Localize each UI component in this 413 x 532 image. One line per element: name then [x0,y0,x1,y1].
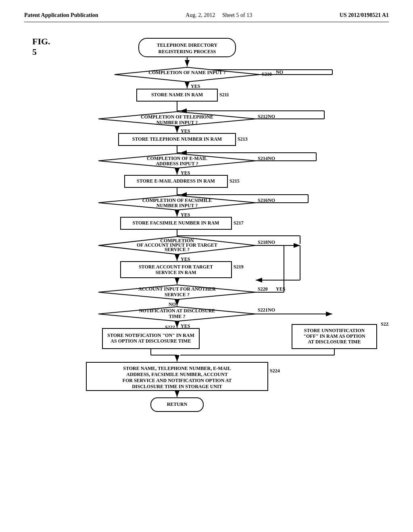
svg-text:STORE NAME, TELEPHONE NUMBER, : STORE NAME, TELEPHONE NUMBER, E-MAIL [123,366,231,371]
svg-text:YES: YES [181,256,190,262]
svg-text:S221: S221 [258,307,268,313]
svg-text:ADDRESS, FACSIMILE NUMBER, ACC: ADDRESS, FACSIMILE NUMBER, ACCOUNT [126,372,227,377]
header-left: Patent Application Publication [24,12,98,19]
page-header: Patent Application Publication Aug. 2, 2… [24,12,389,22]
svg-text:ADDRESS INPUT ?: ADDRESS INPUT ? [156,161,198,166]
svg-text:YES: YES [181,212,190,218]
svg-text:FOR SERVICE AND NOTIFICATION O: FOR SERVICE AND NOTIFICATION OPTION AT [123,378,232,383]
svg-text:ACCOUNT INPUT FOR ANOTHER: ACCOUNT INPUT FOR ANOTHER [138,286,216,292]
header-date: Aug. 2, 2012 [186,12,215,18]
svg-text:DISCLOSURE TIME IN STORAGE UNI: DISCLOSURE TIME IN STORAGE UNIT [132,384,222,389]
svg-text:YES: YES [191,83,200,89]
svg-text:S224: S224 [270,368,280,374]
svg-text:YES: YES [181,323,190,329]
svg-text:"OFF" IN RAM AS OPTION: "OFF" IN RAM AS OPTION [303,333,365,339]
svg-text:STORE FACSIMILE NUMBER IN RAM: STORE FACSIMILE NUMBER IN RAM [133,220,219,226]
svg-text:NO: NO [276,69,283,75]
svg-text:SERVICE ?: SERVICE ? [165,247,190,252]
svg-text:S213: S213 [238,136,248,142]
svg-text:S215: S215 [229,178,240,184]
header-center: Aug. 2, 2012 Sheet 5 of 13 [186,12,252,19]
page: Patent Application Publication Aug. 2, 2… [0,0,413,532]
svg-text:RETURN: RETURN [167,401,188,407]
svg-text:NO: NO [268,307,275,313]
fig-label: FIG. 5 [32,36,54,57]
svg-text:SERVICE ?: SERVICE ? [165,292,190,297]
svg-text:NO: NO [268,156,275,161]
svg-text:S217: S217 [234,220,244,226]
svg-text:NO: NO [268,114,275,119]
svg-text:STORE NAME IN RAM: STORE NAME IN RAM [151,92,203,98]
svg-text:REGISTERING PROCESS: REGISTERING PROCESS [158,49,216,54]
svg-text:S222: S222 [381,321,389,327]
svg-text:AS OPTION AT DISCLOSURE TIME: AS OPTION AT DISCLOSURE TIME [111,338,191,344]
svg-text:S216: S216 [258,197,268,203]
svg-text:COMPLETION OF TELEPHONE: COMPLETION OF TELEPHONE [141,114,213,120]
svg-text:S210: S210 [262,71,272,77]
svg-text:S218: S218 [258,239,268,245]
svg-text:STORE ACCOUNT FOR TARGET: STORE ACCOUNT FOR TARGET [139,264,213,270]
svg-text:S214: S214 [258,156,268,161]
svg-text:NO: NO [268,197,275,203]
svg-text:COMPLETION OF FACSIMILE: COMPLETION OF FACSIMILE [142,197,212,203]
svg-text:YES: YES [181,128,190,134]
svg-text:NUMBER INPUT ?: NUMBER INPUT ? [156,120,198,125]
svg-text:STORE E-MAIL ADDRESS IN RAM: STORE E-MAIL ADDRESS IN RAM [137,178,215,184]
svg-text:S219: S219 [234,264,244,270]
svg-text:AT DISCLOSURE TIME: AT DISCLOSURE TIME [308,339,361,345]
svg-text:STORE UNNOTIFICATION: STORE UNNOTIFICATION [304,328,365,333]
svg-text:S211: S211 [219,92,229,98]
svg-text:TELEPHONE DIRECTORY: TELEPHONE DIRECTORY [157,42,218,48]
svg-text:STORE TELEPHONE NUMBER IN RAM: STORE TELEPHONE NUMBER IN RAM [132,136,222,142]
svg-text:S212: S212 [258,114,268,119]
svg-text:NOTIFICATION AT DISCLOSURE: NOTIFICATION AT DISCLOSURE [139,308,215,314]
svg-text:SERVICE IN RAM: SERVICE IN RAM [156,270,196,275]
svg-text:STORE NOTIFICATION "ON" IN RAM: STORE NOTIFICATION "ON" IN RAM [107,332,194,338]
header-right: US 2012/0198521 A1 [340,12,389,19]
svg-text:NO: NO [169,301,176,307]
svg-text:COMPLETION OF E-MAIL: COMPLETION OF E-MAIL [147,156,207,161]
header-sheet: Sheet 5 of 13 [222,12,252,18]
svg-text:NO: NO [268,239,275,245]
svg-text:TIME ?: TIME ? [169,314,185,319]
svg-text:S220: S220 [258,286,268,292]
svg-text:YES: YES [181,170,190,176]
svg-text:COMPLETION OF NAME INPUT ?: COMPLETION OF NAME INPUT ? [148,70,225,75]
svg-text:NUMBER INPUT ?: NUMBER INPUT ? [156,203,198,208]
flowchart: TELEPHONE DIRECTORY REGISTERING PROCESS … [58,34,389,507]
